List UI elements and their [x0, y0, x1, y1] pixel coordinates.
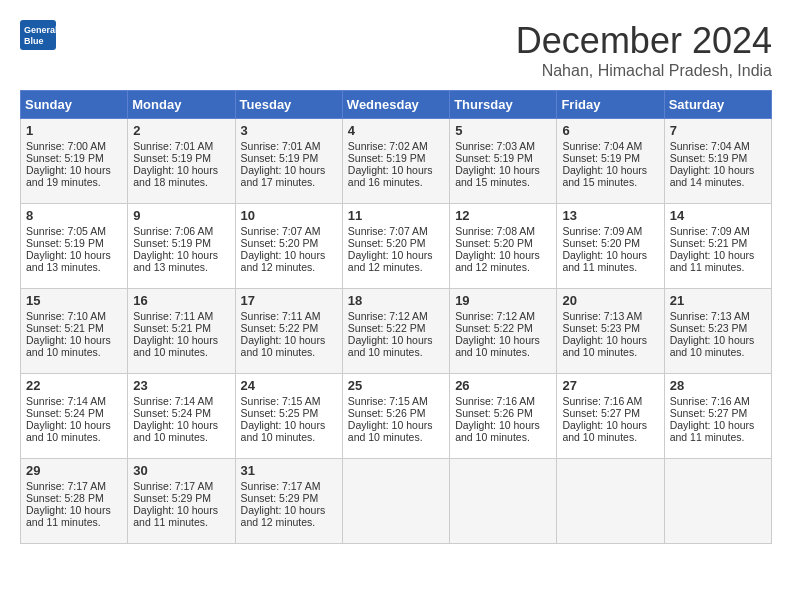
sunrise-label: Sunrise: 7:02 AM — [348, 140, 428, 152]
day-header: Saturday — [664, 91, 771, 119]
sunrise-label: Sunrise: 7:14 AM — [133, 395, 213, 407]
sunrise-label: Sunrise: 7:05 AM — [26, 225, 106, 237]
day-number: 1 — [26, 123, 122, 138]
calendar-cell — [342, 459, 449, 544]
sunset-label: Sunset: 5:26 PM — [348, 407, 426, 419]
daylight-label: Daylight: 10 hours and 11 minutes. — [670, 249, 755, 273]
sunrise-label: Sunrise: 7:07 AM — [348, 225, 428, 237]
day-number: 18 — [348, 293, 444, 308]
sunset-label: Sunset: 5:29 PM — [133, 492, 211, 504]
sunrise-label: Sunrise: 7:17 AM — [133, 480, 213, 492]
sunset-label: Sunset: 5:19 PM — [348, 152, 426, 164]
daylight-label: Daylight: 10 hours and 12 minutes. — [241, 504, 326, 528]
sunset-label: Sunset: 5:27 PM — [670, 407, 748, 419]
day-number: 28 — [670, 378, 766, 393]
sunrise-label: Sunrise: 7:12 AM — [455, 310, 535, 322]
sunset-label: Sunset: 5:23 PM — [562, 322, 640, 334]
day-header: Friday — [557, 91, 664, 119]
day-header: Tuesday — [235, 91, 342, 119]
calendar-cell: 7 Sunrise: 7:04 AM Sunset: 5:19 PM Dayli… — [664, 119, 771, 204]
daylight-label: Daylight: 10 hours and 10 minutes. — [348, 334, 433, 358]
sunrise-label: Sunrise: 7:01 AM — [133, 140, 213, 152]
daylight-label: Daylight: 10 hours and 10 minutes. — [562, 419, 647, 443]
sunrise-label: Sunrise: 7:04 AM — [670, 140, 750, 152]
day-number: 16 — [133, 293, 229, 308]
daylight-label: Daylight: 10 hours and 10 minutes. — [562, 334, 647, 358]
day-number: 25 — [348, 378, 444, 393]
day-number: 12 — [455, 208, 551, 223]
svg-text:General: General — [24, 25, 56, 35]
sunset-label: Sunset: 5:19 PM — [26, 152, 104, 164]
sunset-label: Sunset: 5:28 PM — [26, 492, 104, 504]
sunset-label: Sunset: 5:22 PM — [455, 322, 533, 334]
sunset-label: Sunset: 5:19 PM — [562, 152, 640, 164]
sunset-label: Sunset: 5:20 PM — [455, 237, 533, 249]
calendar-cell: 17 Sunrise: 7:11 AM Sunset: 5:22 PM Dayl… — [235, 289, 342, 374]
sunrise-label: Sunrise: 7:01 AM — [241, 140, 321, 152]
calendar-cell: 21 Sunrise: 7:13 AM Sunset: 5:23 PM Dayl… — [664, 289, 771, 374]
sunset-label: Sunset: 5:19 PM — [670, 152, 748, 164]
sunset-label: Sunset: 5:27 PM — [562, 407, 640, 419]
calendar-cell: 3 Sunrise: 7:01 AM Sunset: 5:19 PM Dayli… — [235, 119, 342, 204]
day-number: 22 — [26, 378, 122, 393]
sunset-label: Sunset: 5:21 PM — [26, 322, 104, 334]
daylight-label: Daylight: 10 hours and 10 minutes. — [241, 419, 326, 443]
calendar-cell: 25 Sunrise: 7:15 AM Sunset: 5:26 PM Dayl… — [342, 374, 449, 459]
daylight-label: Daylight: 10 hours and 10 minutes. — [455, 334, 540, 358]
sunset-label: Sunset: 5:20 PM — [241, 237, 319, 249]
sunset-label: Sunset: 5:22 PM — [348, 322, 426, 334]
daylight-label: Daylight: 10 hours and 18 minutes. — [133, 164, 218, 188]
sunrise-label: Sunrise: 7:17 AM — [26, 480, 106, 492]
day-number: 2 — [133, 123, 229, 138]
day-header: Thursday — [450, 91, 557, 119]
day-number: 13 — [562, 208, 658, 223]
daylight-label: Daylight: 10 hours and 16 minutes. — [348, 164, 433, 188]
day-number: 26 — [455, 378, 551, 393]
calendar-cell — [450, 459, 557, 544]
sunset-label: Sunset: 5:19 PM — [133, 152, 211, 164]
sunrise-label: Sunrise: 7:00 AM — [26, 140, 106, 152]
day-header: Monday — [128, 91, 235, 119]
daylight-label: Daylight: 10 hours and 12 minutes. — [455, 249, 540, 273]
sunset-label: Sunset: 5:23 PM — [670, 322, 748, 334]
calendar-cell: 11 Sunrise: 7:07 AM Sunset: 5:20 PM Dayl… — [342, 204, 449, 289]
daylight-label: Daylight: 10 hours and 12 minutes. — [241, 249, 326, 273]
svg-text:Blue: Blue — [24, 36, 44, 46]
sunset-label: Sunset: 5:19 PM — [241, 152, 319, 164]
daylight-label: Daylight: 10 hours and 10 minutes. — [348, 419, 433, 443]
daylight-label: Daylight: 10 hours and 11 minutes. — [562, 249, 647, 273]
day-number: 20 — [562, 293, 658, 308]
calendar-cell: 16 Sunrise: 7:11 AM Sunset: 5:21 PM Dayl… — [128, 289, 235, 374]
calendar-cell: 23 Sunrise: 7:14 AM Sunset: 5:24 PM Dayl… — [128, 374, 235, 459]
daylight-label: Daylight: 10 hours and 10 minutes. — [455, 419, 540, 443]
calendar-cell: 20 Sunrise: 7:13 AM Sunset: 5:23 PM Dayl… — [557, 289, 664, 374]
sunrise-label: Sunrise: 7:13 AM — [562, 310, 642, 322]
calendar-cell: 19 Sunrise: 7:12 AM Sunset: 5:22 PM Dayl… — [450, 289, 557, 374]
calendar-cell: 31 Sunrise: 7:17 AM Sunset: 5:29 PM Dayl… — [235, 459, 342, 544]
sunrise-label: Sunrise: 7:15 AM — [348, 395, 428, 407]
daylight-label: Daylight: 10 hours and 15 minutes. — [562, 164, 647, 188]
daylight-label: Daylight: 10 hours and 10 minutes. — [26, 334, 111, 358]
day-number: 23 — [133, 378, 229, 393]
calendar-cell: 24 Sunrise: 7:15 AM Sunset: 5:25 PM Dayl… — [235, 374, 342, 459]
sunset-label: Sunset: 5:19 PM — [133, 237, 211, 249]
sunrise-label: Sunrise: 7:16 AM — [455, 395, 535, 407]
calendar-cell: 2 Sunrise: 7:01 AM Sunset: 5:19 PM Dayli… — [128, 119, 235, 204]
day-number: 3 — [241, 123, 337, 138]
day-number: 9 — [133, 208, 229, 223]
daylight-label: Daylight: 10 hours and 19 minutes. — [26, 164, 111, 188]
logo-icon: General Blue — [20, 20, 56, 50]
calendar-cell: 13 Sunrise: 7:09 AM Sunset: 5:20 PM Dayl… — [557, 204, 664, 289]
sunset-label: Sunset: 5:21 PM — [670, 237, 748, 249]
daylight-label: Daylight: 10 hours and 10 minutes. — [241, 334, 326, 358]
sunset-label: Sunset: 5:26 PM — [455, 407, 533, 419]
daylight-label: Daylight: 10 hours and 11 minutes. — [133, 504, 218, 528]
sunrise-label: Sunrise: 7:09 AM — [670, 225, 750, 237]
daylight-label: Daylight: 10 hours and 10 minutes. — [133, 419, 218, 443]
daylight-label: Daylight: 10 hours and 13 minutes. — [133, 249, 218, 273]
sunrise-label: Sunrise: 7:13 AM — [670, 310, 750, 322]
day-number: 6 — [562, 123, 658, 138]
sunrise-label: Sunrise: 7:17 AM — [241, 480, 321, 492]
sunrise-label: Sunrise: 7:04 AM — [562, 140, 642, 152]
daylight-label: Daylight: 10 hours and 10 minutes. — [26, 419, 111, 443]
